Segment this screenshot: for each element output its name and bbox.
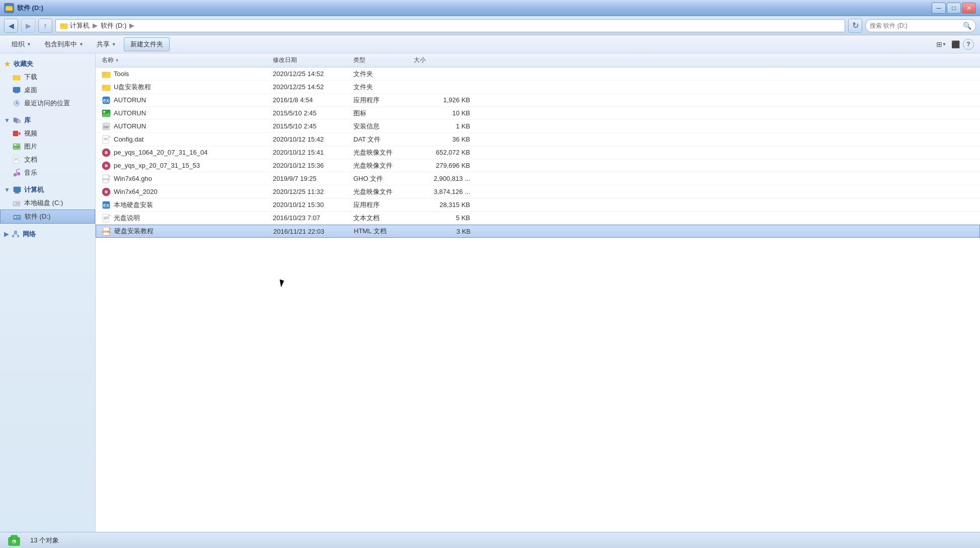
file-date-cell: 2016/11/21 22:03 <box>271 228 352 235</box>
svg-rect-79 <box>11 535 17 539</box>
svg-point-49 <box>103 111 105 113</box>
svg-point-58 <box>106 152 107 153</box>
file-icon <box>102 70 111 79</box>
organize-button[interactable]: 组织 ▼ <box>6 37 37 51</box>
refresh-button[interactable]: ↻ <box>848 19 862 33</box>
sidebar-item-download[interactable]: 下载 <box>0 71 95 84</box>
file-name: U盘安装教程 <box>114 83 151 92</box>
sidebar-item-drive-d[interactable]: 软件 (D:) <box>0 210 95 224</box>
svg-marker-71 <box>109 214 111 216</box>
download-label: 下载 <box>24 73 37 82</box>
svg-rect-44 <box>102 85 106 87</box>
file-name-cell: pe_yqs_xp_20_07_31_15_53 <box>100 161 271 170</box>
sidebar-item-image[interactable]: 图片 <box>0 140 95 153</box>
document-icon <box>12 155 21 164</box>
image-icon <box>12 142 21 151</box>
svg-rect-14 <box>18 120 21 123</box>
table-row[interactable]: HTML 硬盘安装教程 2016/11/21 22:03 HTML 文档 3 K… <box>96 225 980 238</box>
table-row[interactable]: U盘安装教程 2020/12/25 14:52 文件夹 <box>96 81 980 94</box>
favorites-star-icon: ★ <box>4 60 11 68</box>
table-row[interactable]: GHO Win7x64.gho 2019/9/7 19:25 GHO 文件 2,… <box>96 172 980 185</box>
forward-button[interactable]: ▶ <box>21 19 35 33</box>
sidebar-header-library[interactable]: ▼ 库 <box>0 114 95 127</box>
file-icon <box>102 187 111 196</box>
close-button[interactable]: ✕ <box>962 3 976 14</box>
search-box[interactable]: 🔍 <box>865 19 976 32</box>
video-label: 视频 <box>24 129 37 138</box>
svg-point-24 <box>17 172 20 175</box>
status-bar: D 13 个对象 <box>0 532 980 548</box>
address-path[interactable]: 计算机 ▶ 软件 (D:) ▶ <box>55 19 845 32</box>
file-name-cell: GHO Win7x64.gho <box>100 174 271 183</box>
table-row[interactable]: EX 本地硬盘安装 2020/10/12 15:30 应用程序 28,315 K… <box>96 198 980 212</box>
computer-label: 计算机 <box>24 185 44 194</box>
new-folder-button[interactable]: 新建文件夹 <box>124 37 170 51</box>
title-bar-left: 软件 (D:) <box>4 3 43 13</box>
table-row[interactable]: Win7x64_2020 2020/12/25 11:32 光盘映像文件 3,8… <box>96 185 980 198</box>
search-input[interactable] <box>870 22 961 29</box>
file-type-cell: GHO 文件 <box>351 174 412 183</box>
table-row[interactable]: pe_yqs_xp_20_07_31_15_53 2020/10/12 15:3… <box>96 159 980 172</box>
path-computer[interactable]: 计算机 <box>70 21 90 30</box>
table-row[interactable]: AUTORUN 2015/5/10 2:45 图标 10 KB <box>96 107 980 120</box>
file-type-cell: DAT 文件 <box>351 135 412 144</box>
sidebar-header-computer[interactable]: ▼ 计算机 <box>0 183 95 196</box>
include-library-button[interactable]: 包含到库中 ▼ <box>39 37 89 51</box>
share-button[interactable]: 共享 ▼ <box>91 37 122 51</box>
file-name-cell: Config.dat <box>100 135 271 144</box>
table-row[interactable]: Tools 2020/12/25 14:52 文件夹 <box>96 67 980 81</box>
column-header-size[interactable]: 大小 <box>412 56 472 64</box>
column-header-date[interactable]: 修改日期 <box>271 56 351 64</box>
sidebar: ★ 收藏夹 下载 桌面 最近访问的位置 <box>0 53 96 532</box>
file-name-cell: U盘安装教程 <box>100 83 271 92</box>
column-header-type[interactable]: 类型 <box>351 56 412 64</box>
svg-point-37 <box>12 235 14 237</box>
minimize-button[interactable]: ─ <box>932 3 946 14</box>
sidebar-item-video[interactable]: 视频 <box>0 127 95 140</box>
sidebar-item-document[interactable]: 文档 <box>0 153 95 166</box>
file-rows-container: Tools 2020/12/25 14:52 文件夹 U盘安装教程 2020/1… <box>96 67 980 238</box>
file-icon <box>102 148 111 157</box>
svg-point-36 <box>14 231 17 234</box>
sidebar-item-recent[interactable]: 最近访问的位置 <box>0 97 95 110</box>
maximize-button[interactable]: □ <box>947 3 961 14</box>
table-row[interactable]: pe_yqs_1064_20_07_31_16_04 2020/10/12 15… <box>96 146 980 159</box>
file-name: 本地硬盘安装 <box>114 200 153 210</box>
table-row[interactable]: INF AUTORUN 2015/5/10 2:45 安装信息 1 KB <box>96 120 980 133</box>
file-name: AUTORUN <box>114 109 146 117</box>
sidebar-header-network[interactable]: ▶ 网络 <box>0 228 95 241</box>
video-icon <box>12 129 21 138</box>
view-toggle-button[interactable]: ⊞ ▼ <box>935 38 948 51</box>
view-controls: ⊞ ▼ ⬛ ? <box>935 38 974 51</box>
column-header-name[interactable]: 名称 ▼ <box>100 56 271 64</box>
path-drive[interactable]: 软件 (D:) <box>101 21 126 30</box>
sidebar-header-favorites[interactable]: ★ 收藏夹 <box>0 57 95 71</box>
desktop-label: 桌面 <box>24 86 37 95</box>
image-label: 图片 <box>24 142 37 151</box>
svg-rect-8 <box>15 92 19 93</box>
file-type-cell: HTML 文档 <box>352 227 412 236</box>
download-folder-icon <box>12 73 21 82</box>
file-date-cell: 2015/5/10 2:45 <box>271 109 351 117</box>
file-size-cell: 10 KB <box>412 109 472 117</box>
svg-rect-15 <box>13 131 18 136</box>
svg-rect-4 <box>60 24 63 26</box>
share-chevron: ▼ <box>112 42 116 47</box>
library-label: 库 <box>24 116 31 125</box>
table-row[interactable]: 光盘说明 2016/10/23 7:07 文本文档 5 KB <box>96 212 980 225</box>
sidebar-section-network: ▶ 网络 <box>0 228 95 241</box>
recent-label: 最近访问的位置 <box>24 99 70 108</box>
back-button[interactable]: ◀ <box>4 19 18 33</box>
help-button[interactable]: ? <box>963 39 974 50</box>
svg-marker-63 <box>109 175 111 177</box>
sidebar-item-desktop[interactable]: 桌面 <box>0 84 95 97</box>
table-row[interactable]: Config.dat 2020/10/12 15:42 DAT 文件 36 KB <box>96 133 980 146</box>
sidebar-item-drive-c[interactable]: 本地磁盘 (C:) <box>0 196 95 210</box>
preview-pane-button[interactable]: ⬛ <box>949 38 962 51</box>
up-button[interactable]: ↑ <box>38 19 52 33</box>
svg-marker-76 <box>109 227 111 229</box>
table-row[interactable]: EX AUTORUN 2016/1/8 4:54 应用程序 1,926 KB <box>96 94 980 107</box>
file-type-cell: 应用程序 <box>351 200 412 210</box>
file-date-cell: 2020/10/12 15:36 <box>271 162 351 169</box>
sidebar-item-music[interactable]: 音乐 <box>0 166 95 179</box>
